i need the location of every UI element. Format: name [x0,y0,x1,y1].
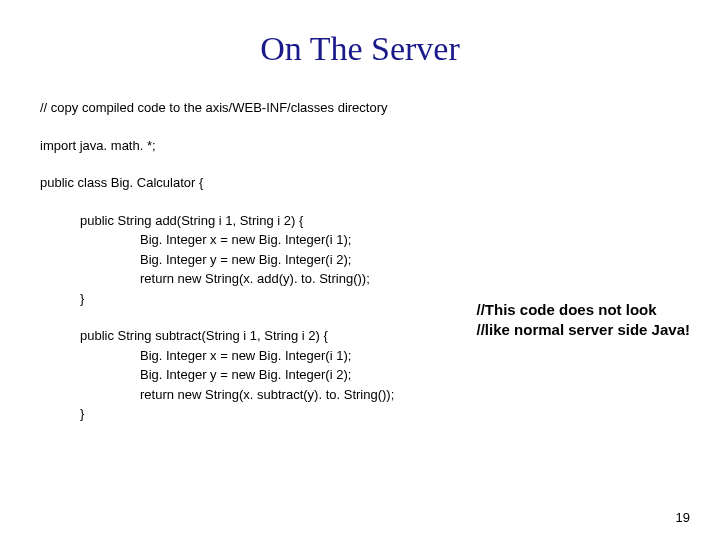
annotation-line: //This code does not look [477,300,690,320]
method-add-line: Big. Integer x = new Big. Integer(i 1); [40,230,680,250]
slide-title: On The Server [40,30,680,68]
method-subtract-line: Big. Integer y = new Big. Integer(i 2); [40,365,680,385]
method-add-line: return new String(x. add(y). to. String(… [40,269,680,289]
method-add-line: Big. Integer y = new Big. Integer(i 2); [40,250,680,270]
blank-line [40,155,680,173]
blank-line [40,193,680,211]
annotation-line: //like normal server side Java! [477,320,690,340]
method-add-sig: public String add(String i 1, String i 2… [40,211,680,231]
method-subtract-close: } [40,404,680,424]
code-import: import java. math. *; [40,136,680,156]
code-comment: // copy compiled code to the axis/WEB-IN… [40,98,680,118]
page-number: 19 [676,510,690,525]
code-class-decl: public class Big. Calculator { [40,173,680,193]
blank-line [40,118,680,136]
method-subtract-line: Big. Integer x = new Big. Integer(i 1); [40,346,680,366]
slide-container: On The Server // copy compiled code to t… [0,0,720,540]
side-annotation: //This code does not look //like normal … [477,300,690,339]
code-block: // copy compiled code to the axis/WEB-IN… [40,98,680,424]
method-subtract-line: return new String(x. subtract(y). to. St… [40,385,680,405]
